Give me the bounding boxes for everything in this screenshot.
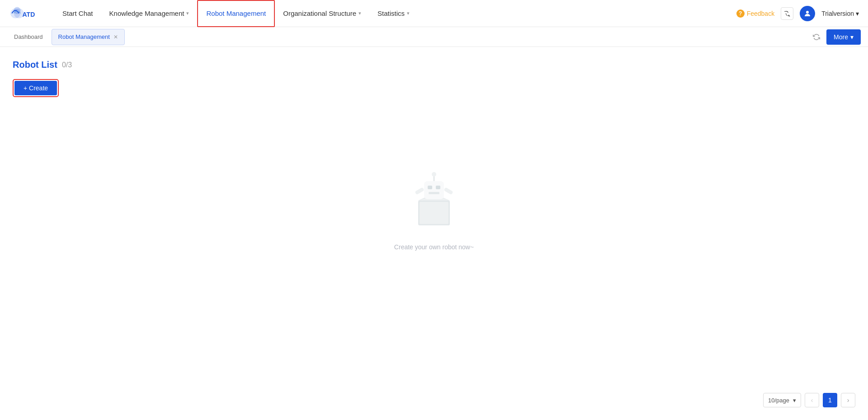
user-name[interactable]: Trialversion ▾: [821, 10, 859, 17]
tab-bar: Dashboard Robot Management ✕ More ▾: [0, 27, 868, 47]
robot-illustration: [398, 162, 470, 234]
nav-organizational-structure[interactable]: Organizational Structure ▾: [275, 0, 369, 27]
page-title: Robot List: [13, 60, 57, 70]
svg-rect-11: [428, 186, 432, 189]
chevron-down-icon: ▾: [359, 10, 361, 16]
page-size-select[interactable]: 10/page ▾: [763, 393, 801, 407]
page-1-button[interactable]: 1: [823, 393, 837, 407]
tab-actions: More ▾: [810, 29, 861, 45]
create-btn-wrapper: + Create: [13, 79, 59, 97]
svg-point-4: [806, 11, 809, 14]
tab-close-icon[interactable]: ✕: [113, 34, 118, 40]
pagination: 10/page ▾ ‹ 1 ›: [763, 393, 855, 407]
svg-rect-10: [424, 181, 444, 199]
svg-rect-12: [436, 186, 440, 189]
nav-start-chat[interactable]: Start Chat: [54, 0, 101, 27]
feedback-button[interactable]: ? Feedback: [736, 9, 774, 18]
empty-message: Create your own robot now~: [394, 243, 474, 251]
nav-robot-management[interactable]: Robot Management: [197, 0, 275, 27]
nav-right-actions: ? Feedback Trialversion ▾: [736, 6, 859, 21]
chevron-down-icon: ▾: [793, 397, 796, 404]
chevron-down-icon: ▾: [850, 33, 854, 41]
next-page-button[interactable]: ›: [841, 393, 855, 407]
svg-rect-13: [429, 192, 439, 194]
chevron-down-icon: ▾: [407, 10, 410, 16]
chevron-down-icon: ▾: [186, 10, 189, 16]
user-avatar[interactable]: [800, 6, 815, 21]
more-button[interactable]: More ▾: [826, 29, 861, 45]
nav-knowledge-management[interactable]: Knowledge Management ▾: [101, 0, 198, 27]
nav-statistics[interactable]: Statistics ▾: [369, 0, 418, 27]
top-navigation: ATD Start Chat Knowledge Management ▾ Ro…: [0, 0, 868, 27]
create-button[interactable]: + Create: [14, 81, 57, 95]
tab-dashboard[interactable]: Dashboard: [7, 29, 50, 45]
refresh-icon[interactable]: [810, 31, 823, 43]
svg-point-15: [432, 172, 436, 177]
prev-page-button[interactable]: ‹: [805, 393, 819, 407]
robot-count: 0/3: [62, 61, 72, 69]
feedback-icon: ?: [736, 9, 745, 18]
svg-text:ATD: ATD: [23, 10, 35, 18]
nav-items: Start Chat Knowledge Management ▾ Robot …: [54, 0, 736, 27]
empty-state: Create your own robot now~: [13, 126, 855, 287]
main-content: Robot List 0/3 + Create: [0, 47, 868, 420]
page-title-row: Robot List 0/3: [13, 60, 855, 70]
logo[interactable]: ATD: [9, 5, 41, 23]
chevron-down-icon: ▾: [856, 10, 859, 17]
svg-rect-16: [415, 187, 424, 195]
translate-icon[interactable]: [781, 7, 793, 20]
svg-rect-17: [443, 187, 453, 195]
tab-robot-management[interactable]: Robot Management ✕: [52, 29, 125, 45]
svg-rect-6: [420, 202, 448, 224]
